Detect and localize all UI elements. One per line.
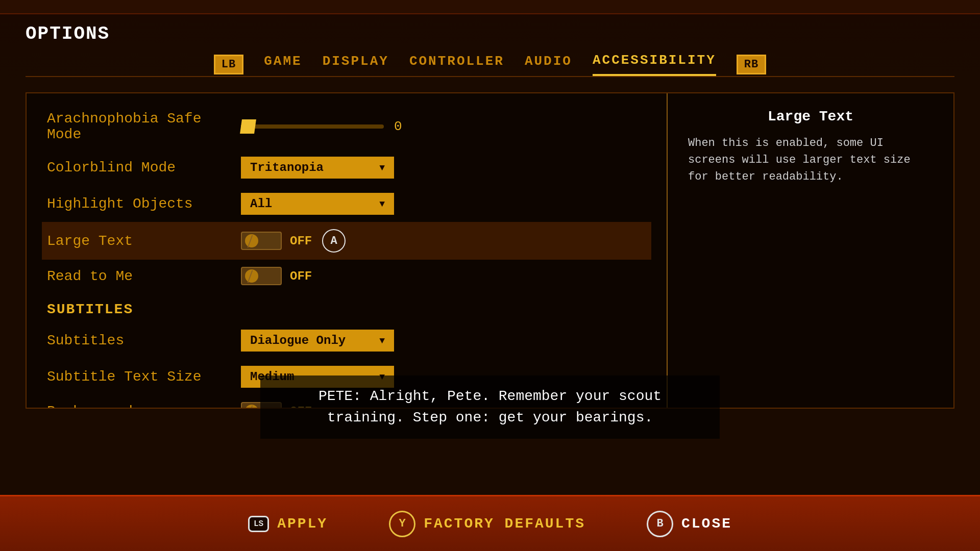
arachnophobia-slider-track[interactable] (241, 124, 384, 129)
colorblind-dropdown[interactable]: Tritanopia ▼ (241, 157, 394, 179)
main-content: Arachnophobia Safe Mode 0 Colorblind Mod… (26, 92, 954, 409)
highlight-dropdown-arrow: ▼ (379, 199, 385, 209)
subtitles-value: Dialogue Only (250, 334, 346, 347)
page-title: OPTIONS (26, 23, 954, 44)
subtitles-header: SUBTITLES (42, 292, 651, 322)
highlight-value: All (250, 197, 272, 211)
close-action[interactable]: B CLOSE (647, 511, 732, 537)
tab-controller[interactable]: CONTROLLER (409, 54, 504, 75)
top-bar (0, 0, 980, 14)
subtitle-text-size-label: Subtitle Text Size (47, 369, 241, 385)
subtitles-dropdown-arrow: ▼ (379, 336, 385, 346)
read-to-me-toggle-label: OFF (290, 269, 312, 283)
tab-game[interactable]: GAME (264, 54, 302, 75)
lb-badge[interactable]: LB (214, 55, 243, 74)
large-text-row: Large Text OFF A (42, 222, 651, 260)
colorblind-label: Colorblind Mode (47, 160, 241, 176)
header: OPTIONS LB GAME DISPLAY CONTROLLER AUDIO… (0, 14, 980, 82)
arachnophobia-slider-thumb[interactable] (240, 119, 256, 134)
subtitles-label: Subtitles (47, 333, 241, 348)
highlight-dropdown[interactable]: All ▼ (241, 193, 394, 215)
right-panel: Large Text When this is enabled, some UI… (668, 93, 953, 408)
colorblind-value: Tritanopia (250, 161, 324, 174)
apply-action[interactable]: LS APPLY (248, 516, 328, 532)
tab-navigation: LB GAME DISPLAY CONTROLLER AUDIO ACCESSI… (26, 44, 954, 77)
tab-display[interactable]: DISPLAY (323, 54, 389, 75)
info-title: Large Text (688, 109, 933, 124)
subtitles-dropdown[interactable]: Dialogue Only ▼ (241, 330, 394, 352)
subtitles-row: Subtitles Dialogue Only ▼ (42, 322, 651, 359)
ls-button: LS (248, 516, 269, 532)
rb-badge[interactable]: RB (737, 55, 766, 74)
subtitle-text: PETE: Alright, Pete. Remember your scout… (286, 386, 694, 429)
tab-audio[interactable]: AUDIO (525, 54, 572, 75)
left-panel: Arachnophobia Safe Mode 0 Colorblind Mod… (27, 93, 668, 408)
colorblind-dropdown-arrow: ▼ (379, 163, 385, 173)
bottom-bar: LS APPLY Y FACTORY DEFAULTS B CLOSE (0, 495, 980, 551)
arachnophobia-slider-container[interactable]: 0 (241, 119, 414, 134)
b-button: B (647, 511, 673, 537)
large-text-label: Large Text (47, 233, 241, 249)
background-label: Background (47, 404, 241, 408)
large-text-toggle[interactable] (241, 232, 282, 250)
arachnophobia-label: Arachnophobia Safe Mode (47, 111, 241, 142)
read-to-me-toggle[interactable] (241, 267, 282, 285)
factory-defaults-label: FACTORY DEFAULTS (424, 516, 585, 532)
large-text-toggle-label: OFF (290, 234, 312, 248)
subtitle-overlay: PETE: Alright, Pete. Remember your scout… (260, 375, 720, 439)
tab-accessibility[interactable]: ACCESSIBILITY (593, 53, 716, 76)
factory-defaults-action[interactable]: Y FACTORY DEFAULTS (389, 511, 585, 537)
arachnophobia-value: 0 (394, 119, 414, 134)
read-to-me-label: Read to Me (47, 268, 241, 284)
read-to-me-row: Read to Me OFF (42, 260, 651, 292)
large-text-toggle-container: OFF (241, 232, 312, 250)
read-to-me-toggle-container: OFF (241, 267, 312, 285)
arachnophobia-row: Arachnophobia Safe Mode 0 (42, 104, 651, 149)
a-button[interactable]: A (322, 229, 346, 253)
info-description: When this is enabled, some UI screens wi… (688, 135, 933, 185)
close-label: CLOSE (681, 516, 732, 532)
y-button: Y (389, 511, 415, 537)
highlight-row: Highlight Objects All ▼ (42, 186, 651, 222)
apply-label: APPLY (277, 516, 328, 532)
highlight-label: Highlight Objects (47, 196, 241, 212)
colorblind-row: Colorblind Mode Tritanopia ▼ (42, 149, 651, 186)
